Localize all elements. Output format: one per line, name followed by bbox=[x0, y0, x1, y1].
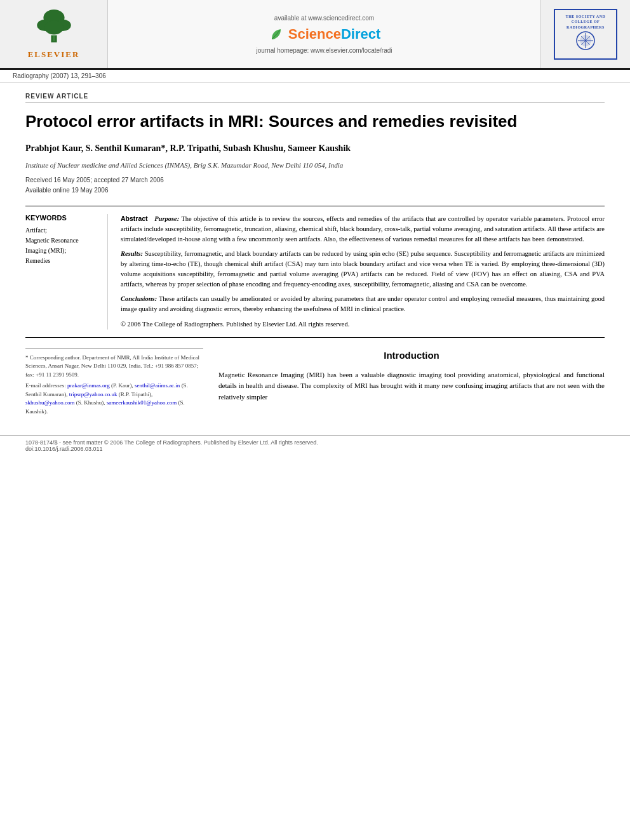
keywords-list: Artifact; Magnetic Resonance Imaging (MR… bbox=[25, 225, 100, 266]
keywords-title: KEYWORDS bbox=[25, 214, 100, 222]
keyword-mri: Magnetic Resonance bbox=[25, 236, 100, 246]
sciencedirect-text: ScienceDirect bbox=[288, 26, 381, 43]
radiographers-text-line1: THE SOCIETY AND bbox=[566, 14, 606, 19]
abstract-results-paragraph: Results: Susceptibility, ferromagnetic, … bbox=[121, 249, 605, 289]
citation-line: Radiography (2007) 13, 291–306 bbox=[0, 70, 630, 83]
page-footer: 1078-8174/$ - see front matter © 2006 Th… bbox=[0, 435, 630, 456]
article-type-label: REVIEW ARTICLE bbox=[25, 93, 605, 103]
article-content: REVIEW ARTICLE Protocol error artifacts … bbox=[0, 83, 630, 429]
footnotes-column: * Corresponding author. Department of NM… bbox=[25, 348, 203, 417]
abstract-label: Abstract bbox=[121, 215, 152, 222]
journal-homepage-text: journal homepage: www.elsevier.com/locat… bbox=[257, 47, 392, 54]
abstract-results-text: Susceptibility, ferromagnetic, and black… bbox=[121, 250, 605, 287]
page: ELSEVIER available at www.sciencedirect.… bbox=[0, 0, 630, 840]
purpose-label: Purpose: bbox=[154, 215, 179, 222]
elsevier-tree-icon bbox=[29, 9, 79, 47]
footer-issn: 1078-8174/$ - see front matter © 2006 Th… bbox=[25, 439, 605, 446]
introduction-column: Introduction Magnetic Resonance Imaging … bbox=[218, 348, 605, 417]
email-tripsrp[interactable]: tripsrp@yahoo.co.uk bbox=[69, 391, 117, 397]
abstract-copyright: © 2006 The College of Radiographers. Pub… bbox=[121, 319, 605, 330]
direct-text: Direct bbox=[341, 26, 380, 42]
email-sameer[interactable]: sameerkaushik01@yahoo.com bbox=[107, 399, 177, 406]
abstract-conclusions-paragraph: Conclusions: These artifacts can usually… bbox=[121, 294, 605, 314]
email-sh-name: (S. Khushu), bbox=[76, 399, 107, 406]
keyword-imaging: Imaging (MRI); bbox=[25, 246, 100, 256]
email-rpt-name: (R.P. Tripathi), bbox=[119, 391, 153, 397]
dates: Received 16 May 2005; accepted 27 March … bbox=[25, 175, 605, 196]
received-date: Received 16 May 2005; accepted 27 March … bbox=[25, 175, 605, 185]
elsevier-logo-section: ELSEVIER bbox=[0, 0, 108, 68]
authors: Prabhjot Kaur, S. Senthil Kumaran*, R.P.… bbox=[25, 142, 605, 155]
email-addresses-note: E-mail addresses: prakar@inmas.org (P. K… bbox=[25, 382, 203, 416]
radiographers-emblem-icon bbox=[575, 30, 597, 52]
sciencedirect-logo: ScienceDirect bbox=[268, 25, 381, 43]
keyword-artifact: Artifact; bbox=[25, 225, 100, 236]
header-banner: ELSEVIER available at www.sciencedirect.… bbox=[0, 0, 630, 70]
radiographers-badge: THE SOCIETY AND COLLEGE OF RADIOGRAPHERS bbox=[554, 9, 617, 60]
abstract-purpose-text: The objective of this article is to revi… bbox=[121, 215, 605, 243]
email-prakar[interactable]: prakar@inmas.org bbox=[67, 382, 110, 389]
introduction-title: Introduction bbox=[218, 348, 605, 363]
footnote-separator bbox=[25, 348, 203, 351]
radiographers-text-line2: COLLEGE OF bbox=[572, 19, 600, 24]
conclusions-label: Conclusions: bbox=[121, 295, 157, 302]
bottom-columns: * Corresponding author. Department of NM… bbox=[25, 348, 605, 417]
footer-doi: doi:10.1016/j.radi.2006.03.011 bbox=[25, 446, 605, 452]
email-skhushu[interactable]: skhushu@yahoo.com bbox=[25, 399, 75, 406]
elsevier-wordmark: ELSEVIER bbox=[28, 50, 80, 60]
corresponding-author-note: * Corresponding author. Department of NM… bbox=[25, 354, 203, 380]
keywords-column: KEYWORDS Artifact; Magnetic Resonance Im… bbox=[25, 214, 108, 330]
sciencedirect-section: available at www.sciencedirect.com Scien… bbox=[108, 0, 541, 68]
keyword-remedies: Remedies bbox=[25, 256, 100, 266]
affiliation: Institute of Nuclear medicine and Allied… bbox=[25, 161, 605, 169]
science-text: Science bbox=[288, 26, 341, 42]
email-pk-name: (P. Kaur), bbox=[111, 382, 135, 389]
svg-point-4 bbox=[44, 20, 64, 34]
sciencedirect-leaf-icon bbox=[268, 25, 286, 43]
email-senthil[interactable]: senthil@aiims.ac.in bbox=[135, 382, 180, 389]
article-title: Protocol error artifacts in MRI: Sources… bbox=[25, 112, 605, 131]
abstract-purpose-paragraph: Abstract Purpose: The objective of this … bbox=[121, 214, 605, 244]
radiographers-text-line3: RADIOGRAPHERS bbox=[566, 25, 605, 30]
email-label: E-mail addresses: bbox=[25, 382, 67, 389]
available-date: Available online 19 May 2006 bbox=[25, 185, 605, 196]
radiographers-logo-section: THE SOCIETY AND COLLEGE OF RADIOGRAPHERS bbox=[541, 0, 630, 68]
introduction-text: Magnetic Resonance Imaging (MRI) has bee… bbox=[218, 370, 605, 403]
results-label: Results: bbox=[121, 250, 143, 257]
abstract-column: Abstract Purpose: The objective of this … bbox=[121, 214, 605, 330]
available-at-text: available at www.sciencedirect.com bbox=[274, 15, 374, 22]
abstract-conclusions-text: These artifacts can usually be ameliorat… bbox=[121, 295, 605, 312]
abstract-section: KEYWORDS Artifact; Magnetic Resonance Im… bbox=[25, 206, 605, 338]
